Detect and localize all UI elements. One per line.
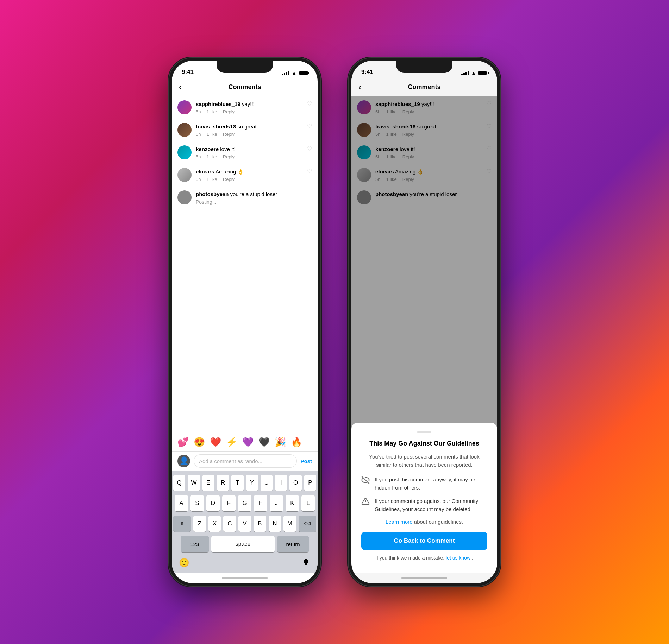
- key-z[interactable]: Z: [193, 516, 206, 532]
- comment-item-3: kenzoere love it! 5h 1 like Reply ♡: [172, 141, 318, 164]
- key-a[interactable]: A: [175, 495, 188, 511]
- emoji-7[interactable]: 🎉: [275, 437, 286, 448]
- comment-item-1: sapphireblues_19 yay!!! 5h 1 like Reply …: [172, 96, 318, 119]
- keyboard-row-4: 123 space return: [173, 536, 316, 552]
- key-i[interactable]: I: [275, 475, 287, 491]
- key-o[interactable]: O: [289, 475, 301, 491]
- comment-field[interactable]: Add a comment as rando...: [194, 454, 297, 468]
- key-c[interactable]: C: [223, 516, 236, 532]
- key-v[interactable]: V: [238, 516, 251, 532]
- emoji-6[interactable]: 🖤: [258, 437, 270, 448]
- key-b[interactable]: B: [254, 516, 266, 532]
- signal-icon-1: [282, 70, 289, 75]
- avatar-2: [177, 123, 192, 137]
- comment-text-4: eloears Amazing 👌: [196, 168, 303, 175]
- key-m[interactable]: M: [283, 516, 296, 532]
- avatar-1: [177, 100, 192, 114]
- key-q[interactable]: Q: [173, 475, 185, 491]
- back-button-1[interactable]: ‹: [179, 82, 182, 93]
- modal-warning-text-1: If you post this comment anyway, it may …: [375, 476, 487, 492]
- hidden-icon: [361, 476, 370, 486]
- comment-text-2: travis_shreds18 so great.: [196, 123, 303, 130]
- home-indicator-2: [351, 573, 497, 583]
- modal-learn-more: Learn more about our guidelines.: [361, 519, 487, 525]
- key-k[interactable]: K: [286, 495, 299, 511]
- phone2-content: sapphireblues_19 yay!!! 5h 1 like Reply …: [351, 96, 497, 573]
- comment-input-row: 👤 Add a comment as rando... Post: [172, 451, 318, 471]
- home-indicator-1: [172, 573, 318, 583]
- emoji-8[interactable]: 🔥: [291, 437, 302, 448]
- avatar-3: [177, 145, 192, 159]
- key-t[interactable]: T: [231, 475, 243, 491]
- key-r[interactable]: R: [217, 475, 229, 491]
- comment-item-2: travis_shreds18 so great. 5h 1 like Repl…: [172, 119, 318, 141]
- comment-text-1: sapphireblues_19 yay!!!: [196, 100, 303, 108]
- avatar-5: [177, 190, 192, 204]
- header-1: ‹ Comments: [172, 78, 318, 96]
- notch-2: [396, 61, 452, 73]
- phone-2: 9:41 ▲ ‹ Comments: [349, 58, 500, 586]
- comment-text-5: photosbyean you're a stupid loser: [196, 190, 312, 198]
- header-2: ‹ Comments: [351, 78, 497, 96]
- key-numbers[interactable]: 123: [181, 536, 209, 552]
- battery-icon-1: [299, 71, 308, 75]
- key-p[interactable]: P: [304, 475, 316, 491]
- learn-more-link[interactable]: Learn more: [386, 519, 413, 525]
- status-icons-2: ▲: [461, 70, 487, 76]
- modal-warning-1: If you post this comment anyway, it may …: [361, 476, 487, 492]
- key-delete[interactable]: ⌫: [299, 516, 316, 532]
- key-space[interactable]: space: [211, 536, 275, 552]
- keyboard-row-3: ⇧ Z X C V B N M ⌫: [173, 516, 316, 532]
- keyboard-row-2: A S D F G H J K L: [173, 495, 316, 511]
- modal-description: You've tried to post several comments th…: [361, 453, 487, 469]
- comment-text-3: kenzoere love it!: [196, 145, 303, 153]
- key-s[interactable]: S: [190, 495, 204, 511]
- modal-mistake-text: If you think we made a mistake, let us k…: [361, 555, 487, 561]
- emoji-3[interactable]: ❤️: [210, 437, 221, 448]
- emoji-bar: 💕 😍 ❤️ ⚡ 💜 🖤 🎉 🔥: [172, 433, 318, 451]
- comment-item-4: eloears Amazing 👌 5h 1 like Reply ♡: [172, 164, 318, 186]
- go-back-button[interactable]: Go Back to Comment: [361, 532, 487, 550]
- wifi-icon-1: ▲: [292, 70, 296, 76]
- page-title-1: Comments: [228, 83, 261, 91]
- emoji-5[interactable]: 💜: [242, 437, 254, 448]
- emoji-keyboard-icon[interactable]: 🙂: [179, 558, 189, 568]
- user-avatar: 👤: [177, 455, 190, 467]
- avatar-4: [177, 168, 192, 182]
- modal-warning-text-2: If your comments go against our Communit…: [375, 497, 487, 513]
- key-j[interactable]: J: [270, 495, 283, 511]
- key-f[interactable]: F: [222, 495, 236, 511]
- signal-icon-2: [461, 70, 469, 75]
- key-u[interactable]: U: [261, 475, 273, 491]
- comment-placeholder: Add a comment as rando...: [199, 458, 262, 464]
- battery-icon-2: [478, 71, 487, 75]
- let-us-know-link[interactable]: let us know: [446, 555, 470, 561]
- page-title-2: Comments: [408, 83, 440, 91]
- key-d[interactable]: D: [206, 495, 220, 511]
- key-w[interactable]: W: [188, 475, 200, 491]
- key-x[interactable]: X: [208, 516, 221, 532]
- wifi-icon-2: ▲: [471, 70, 476, 76]
- key-return[interactable]: return: [277, 536, 309, 552]
- key-g[interactable]: G: [238, 495, 251, 511]
- key-l[interactable]: L: [301, 495, 315, 511]
- comments-list-1: sapphireblues_19 yay!!! 5h 1 like Reply …: [172, 96, 318, 433]
- microphone-icon[interactable]: 🎙: [302, 558, 311, 568]
- key-h[interactable]: H: [254, 495, 267, 511]
- emoji-1[interactable]: 💕: [177, 437, 189, 448]
- emoji-4[interactable]: ⚡: [226, 437, 237, 448]
- keyboard-row-1: Q W E R T Y U I O P: [173, 475, 316, 491]
- posting-status: Posting...: [196, 199, 312, 205]
- key-n[interactable]: N: [269, 516, 281, 532]
- key-y[interactable]: Y: [246, 475, 258, 491]
- key-e[interactable]: E: [202, 475, 214, 491]
- emoji-2[interactable]: 😍: [194, 437, 205, 448]
- comment-item-5: photosbyean you're a stupid loser Postin…: [172, 186, 318, 209]
- warning-triangle-icon: [361, 497, 370, 508]
- modal-sheet: This May Go Against Our Guidelines You'v…: [351, 423, 497, 573]
- post-button[interactable]: Post: [300, 458, 312, 464]
- key-shift[interactable]: ⇧: [173, 516, 191, 532]
- back-button-2[interactable]: ‹: [358, 82, 362, 93]
- status-icons-1: ▲: [282, 70, 308, 76]
- modal-warning-2: If your comments go against our Communit…: [361, 497, 487, 513]
